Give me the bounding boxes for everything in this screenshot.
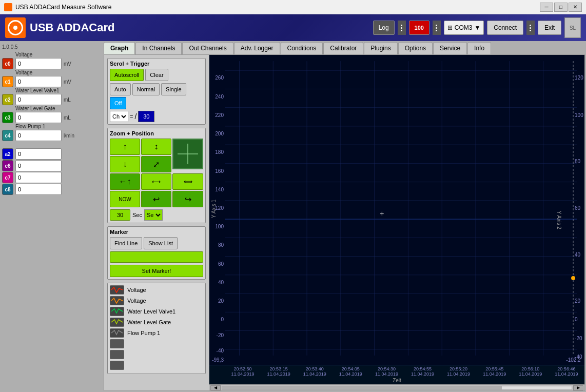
x-label-2: 20:53:4011.04.2019 xyxy=(303,366,326,377)
channel-btn-c0[interactable]: c0 xyxy=(2,58,13,69)
tab-inchannels[interactable]: In Channels xyxy=(135,42,182,54)
zoom-up-btn[interactable]: ↑ xyxy=(110,139,140,155)
maximize-button[interactable]: □ xyxy=(554,3,568,12)
zoom-time-input[interactable] xyxy=(110,209,130,221)
marker-text-input[interactable] xyxy=(110,251,203,263)
tab-advlogger[interactable]: Adv. Logger xyxy=(234,42,280,54)
close-button[interactable]: ✕ xyxy=(569,3,582,12)
logo-icon xyxy=(5,17,26,38)
tab-service[interactable]: Service xyxy=(433,42,467,54)
zoom-left-expand-btn[interactable]: ←↑ xyxy=(110,173,140,190)
channel-btn-c2[interactable]: c2 xyxy=(2,94,13,105)
set-marker-button[interactable]: Set Marker! xyxy=(110,265,203,277)
zoom-redo-btn[interactable]: ↪ xyxy=(172,191,203,207)
svg-text:240: 240 xyxy=(215,94,224,100)
left-panel: 1.0.0.5 Voltage c0 mV Voltage c1 mV Wate… xyxy=(0,41,103,392)
scroll-left-btn[interactable]: ◀ xyxy=(210,385,221,390)
trigger-equals: = xyxy=(130,113,133,120)
legend-icon-empty1 xyxy=(110,339,124,348)
single-button[interactable]: Single xyxy=(161,83,186,95)
channel-btn-c6[interactable]: c6 xyxy=(2,160,13,171)
legend-icon-voltage2 xyxy=(110,296,124,305)
channel-btn-c3[interactable]: c3 xyxy=(2,112,13,123)
channel-input-c1[interactable] xyxy=(15,76,62,87)
channel-input-c8[interactable] xyxy=(15,184,62,195)
zoom-center-area xyxy=(172,139,203,169)
trigger-row: Ch1 = / xyxy=(110,111,203,122)
trigger-channel-select[interactable]: Ch1 xyxy=(110,111,128,122)
channel-label-waterlevel1: Water Level Valve1 xyxy=(15,88,101,93)
channel-btn-c1[interactable]: c1 xyxy=(2,76,13,87)
find-line-button[interactable]: Find Line xyxy=(110,237,142,249)
scroll-thumb[interactable] xyxy=(222,386,502,389)
scroll-track xyxy=(222,386,572,390)
scroll-right-btn[interactable]: ▶ xyxy=(573,385,583,390)
com-port-select[interactable]: ⊞ COM3 ▼ xyxy=(444,21,484,35)
x-label-1: 20:53:1511.04.2019 xyxy=(267,366,290,377)
minimize-button[interactable]: ─ xyxy=(540,3,553,12)
x-label-9: 20:56:4611.04.2019 xyxy=(555,366,578,377)
channel-row-c5: a2 xyxy=(2,148,101,160)
trigger-value-input[interactable] xyxy=(138,111,154,122)
x-label-8: 20:56:1011.04.2019 xyxy=(519,366,542,377)
right-panel: Graph In Channels Out Channels Adv. Logg… xyxy=(103,41,586,392)
channel-input-c7[interactable] xyxy=(15,172,62,183)
scroll-trigger-title: Scrol + Trigger xyxy=(110,61,203,67)
connect-button[interactable]: Connect xyxy=(487,21,523,35)
channel-btn-c8[interactable]: c8 xyxy=(2,184,13,195)
x-label-3: 20:54:0511.04.2019 xyxy=(339,366,362,377)
legend-label-wlg: Water Level Gate xyxy=(127,319,171,325)
dots-menu[interactable] xyxy=(398,21,406,35)
tab-outchannels[interactable]: Out Channels xyxy=(182,42,233,54)
tab-plugins[interactable]: Plugins xyxy=(364,42,397,54)
channel-row-c4: c4 l/min xyxy=(2,130,101,141)
tab-options[interactable]: Options xyxy=(398,42,433,54)
zoom-fit-btn[interactable]: ↕ xyxy=(141,139,171,155)
channel-row-c3: c3 mL xyxy=(2,112,101,123)
off-button[interactable]: Off xyxy=(110,97,126,109)
legend-icon-empty2 xyxy=(110,350,124,359)
channel-input-c0[interactable] xyxy=(15,58,62,69)
tab-info[interactable]: Info xyxy=(467,42,491,54)
channel-label-flowpump: Flow Pump 1 xyxy=(15,124,101,129)
tab-conditions[interactable]: Conditions xyxy=(281,42,323,54)
log-button[interactable]: Log xyxy=(373,21,395,35)
channel-list: Voltage c0 mV Voltage c1 mV Water Level … xyxy=(2,52,101,195)
app-title: USB ADDACard xyxy=(30,21,114,34)
channel-btn-c4[interactable]: c4 xyxy=(2,130,13,141)
channel-input-c3[interactable] xyxy=(15,112,62,123)
auto-button[interactable]: Auto xyxy=(110,83,131,95)
zoom-grid: ↑ ↕ ↓ ⤢ ←↑ ⟷ xyxy=(110,139,203,207)
zoom-down-btn[interactable]: ↓ xyxy=(110,156,140,172)
dots-menu-2[interactable] xyxy=(433,21,441,35)
channel-btn-c5[interactable]: a2 xyxy=(2,148,13,160)
zoom-unit-dropdown[interactable]: Sec xyxy=(144,209,163,221)
zoom-reset-btn[interactable]: NOW xyxy=(110,191,140,207)
exit-button[interactable]: Exit xyxy=(538,21,561,35)
autoscroll-button[interactable]: Autoscroll xyxy=(110,69,144,81)
channel-input-c5[interactable] xyxy=(15,148,62,160)
zoom-undo-btn[interactable]: ↩ xyxy=(141,191,171,207)
normal-button[interactable]: Normal xyxy=(132,83,160,95)
dots-menu-3[interactable] xyxy=(526,21,535,35)
x-label-0: 20:52:5011.04.2019 xyxy=(231,366,255,377)
channel-input-c2[interactable] xyxy=(15,94,62,105)
title-bar-text: USB ADDACard Measure Software xyxy=(15,4,537,11)
tab-graph[interactable]: Graph xyxy=(104,42,135,54)
svg-text:140: 140 xyxy=(215,187,224,192)
channel-input-c4[interactable] xyxy=(15,130,62,141)
channel-input-c6[interactable] xyxy=(15,160,62,171)
show-list-button[interactable]: Show List xyxy=(144,237,178,249)
svg-text:80: 80 xyxy=(575,159,581,164)
clear-button[interactable]: Clear xyxy=(145,69,168,81)
zoom-expand-h-btn[interactable]: ⟷ xyxy=(141,173,171,190)
graph-dot xyxy=(571,276,575,280)
zoom-expand-all-btn[interactable]: ⟺ xyxy=(172,173,203,190)
title-bar: USB ADDACard Measure Software ─ □ ✕ xyxy=(0,0,586,14)
marker-btn-row: Find Line Show List xyxy=(110,237,203,249)
channel-btn-c7[interactable]: c7 xyxy=(2,172,13,183)
zoom-collapse-btn[interactable]: ⤢ xyxy=(141,156,171,172)
logo-dot xyxy=(13,26,17,30)
tab-calibrator[interactable]: Calibrator xyxy=(323,42,363,54)
graph-scrollbar[interactable]: ◀ ▶ xyxy=(209,384,584,390)
